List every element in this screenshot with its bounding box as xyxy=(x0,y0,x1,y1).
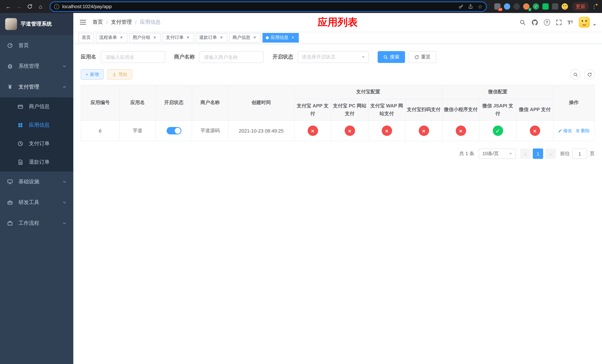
close-icon[interactable]: × xyxy=(252,35,257,40)
page-size-select[interactable]: 10条/页 xyxy=(479,149,516,159)
col-alipay-wap: 支付宝 WAP 网站支付 xyxy=(368,99,405,121)
browser-update-button[interactable]: 更新 xyxy=(572,2,589,11)
cell-merchant: 芋道源码 xyxy=(192,121,228,141)
reload-icon[interactable] xyxy=(25,2,34,11)
extension-badge: 10 xyxy=(498,8,502,11)
extension-icon[interactable] xyxy=(542,3,549,10)
col-app-name: 应用名 xyxy=(119,85,156,121)
extension-badge: 1 xyxy=(528,8,531,11)
goto-page-input[interactable] xyxy=(572,149,587,159)
avatar[interactable] xyxy=(579,17,590,28)
app-name-input[interactable] xyxy=(101,51,165,63)
filter-form: 应用名 商户名称 开启状态 请选择开启状态 xyxy=(81,51,595,63)
tab-merchant-info[interactable]: 商户信息× xyxy=(229,33,261,43)
sidebar-fold-icon[interactable] xyxy=(79,19,87,26)
search-button[interactable]: 搜索 xyxy=(378,51,405,63)
breadcrumb-item[interactable]: 首页 xyxy=(93,19,103,26)
extension-icon[interactable]: ✓ xyxy=(533,3,539,10)
bookmark-star-icon[interactable]: ☆ xyxy=(478,4,483,9)
status-select[interactable]: 请选择开启状态 xyxy=(298,51,369,63)
refresh-button[interactable] xyxy=(584,69,595,80)
extension-icon[interactable] xyxy=(562,3,568,10)
payment-submenu: 商户信息 应用信息 支付订单 xyxy=(0,97,73,171)
chevron-down-icon xyxy=(62,64,67,68)
sidebar-item-dev-tools[interactable]: 研发工具 xyxy=(0,192,73,213)
next-page-button[interactable]: › xyxy=(545,149,556,159)
edit-link[interactable]: 修改 xyxy=(558,128,572,134)
breadcrumb-item[interactable]: 支付管理 xyxy=(111,19,132,26)
browser-menu-icon[interactable]: ⋮ xyxy=(590,3,598,10)
address-bar[interactable]: i localhost:1024/pay/app ☆ xyxy=(50,1,487,12)
toggle-search-button[interactable] xyxy=(570,69,580,80)
github-icon[interactable] xyxy=(531,19,538,26)
sidebar-item-payment[interactable]: ¥ 支付管理 xyxy=(0,77,73,97)
status-x-icon: × xyxy=(308,126,318,136)
bank-card-icon xyxy=(17,104,24,110)
tab-user-group[interactable]: 用户分组× xyxy=(129,33,161,43)
col-wechat-jsapi: 微信 JSAPI 支付 xyxy=(479,99,516,121)
forward-icon[interactable]: → xyxy=(14,2,24,11)
col-app-id: 应用编号 xyxy=(81,85,119,121)
sidebar-item-merchant-info[interactable]: 商户信息 xyxy=(0,97,73,116)
reset-button[interactable]: 重置 xyxy=(409,51,436,63)
search-icon[interactable] xyxy=(519,19,526,25)
prev-page-button[interactable]: ‹ xyxy=(520,149,531,159)
tab-home[interactable]: 首页 xyxy=(78,33,94,43)
sidebar-item-pay-order[interactable]: 支付订单 xyxy=(0,134,73,153)
fullscreen-icon[interactable] xyxy=(556,19,562,25)
sidebar-item-label: 基础设施 xyxy=(19,179,39,185)
close-icon[interactable]: × xyxy=(119,35,124,40)
extension-icon[interactable] xyxy=(504,3,510,10)
status-toggle[interactable] xyxy=(166,127,181,135)
app-title: 芋道管理系统 xyxy=(21,21,52,27)
active-dot xyxy=(266,36,269,39)
tab-pay-order[interactable]: 支付订单× xyxy=(162,33,194,43)
export-button[interactable]: 导出 xyxy=(107,69,132,80)
table-row: 6 芋道 芋道源码 2021-10-23 08:49:25 × × × × × … xyxy=(81,121,594,141)
merchant-name-input[interactable] xyxy=(199,51,264,63)
sidebar-item-refund-order[interactable]: 退款订单 xyxy=(0,153,73,171)
close-icon[interactable]: × xyxy=(290,35,295,40)
tab-refund-order[interactable]: 退款订单× xyxy=(196,33,227,43)
tab-app-info[interactable]: 应用信息× xyxy=(262,33,299,43)
screen: ← → ⌂ i localhost:1024/pay/app ☆ 10 1 xyxy=(0,0,602,364)
sidebar-item-system[interactable]: ⚙ 系统管理 xyxy=(0,56,73,77)
chevron-down-icon xyxy=(62,180,67,184)
status-x-icon: × xyxy=(419,126,429,136)
tab-process-form[interactable]: 流程表单× xyxy=(96,33,127,43)
table-toolbar: + 新增 导出 xyxy=(81,69,595,80)
extension-icon[interactable]: 1 xyxy=(523,3,529,10)
sidebar-item-home[interactable]: 首页 xyxy=(0,35,73,56)
gear-icon: ⚙ xyxy=(7,63,13,70)
share-icon[interactable] xyxy=(468,4,473,9)
close-icon[interactable]: × xyxy=(219,35,224,40)
sidebar-item-workflow[interactable]: 工作流程 xyxy=(0,213,73,234)
col-wechat-app: 微信 APP 支付 xyxy=(516,99,553,121)
main-area: 首页 / 支付管理 / 应用信息 应用列表 ? xyxy=(73,13,602,364)
toolbox-icon xyxy=(7,200,13,205)
delete-link[interactable]: 删除 xyxy=(576,128,590,134)
sidebar-item-infrastructure[interactable]: 基础设施 xyxy=(0,171,73,192)
add-button[interactable]: + 新增 xyxy=(81,69,104,80)
home-icon[interactable]: ⌂ xyxy=(36,2,45,11)
sidebar-logo-row[interactable]: 芋道管理系统 xyxy=(0,13,73,35)
help-icon[interactable]: ? xyxy=(544,19,550,25)
site-info-icon[interactable]: i xyxy=(54,4,59,9)
close-icon[interactable]: × xyxy=(152,35,157,40)
extension-icon[interactable] xyxy=(514,3,520,10)
dashboard-icon xyxy=(7,43,13,49)
avatar-caret-icon[interactable] xyxy=(593,24,596,26)
url-text: localhost:1024/pay/app xyxy=(62,4,112,9)
font-size-icon[interactable]: TT xyxy=(567,20,573,25)
extension-icon[interactable] xyxy=(552,3,558,10)
password-key-icon[interactable] xyxy=(459,4,464,9)
col-created: 创建时间 xyxy=(228,85,294,121)
extension-icon[interactable]: 10 xyxy=(494,3,501,10)
sidebar-item-app-info[interactable]: 应用信息 xyxy=(0,116,73,134)
goto-label: 前往 xyxy=(560,150,570,157)
page-number[interactable]: 1 xyxy=(533,149,543,159)
close-icon[interactable]: × xyxy=(185,35,191,40)
cell-app-id: 6 xyxy=(81,121,119,141)
grid-icon xyxy=(17,122,24,128)
back-icon[interactable]: ← xyxy=(4,2,13,11)
